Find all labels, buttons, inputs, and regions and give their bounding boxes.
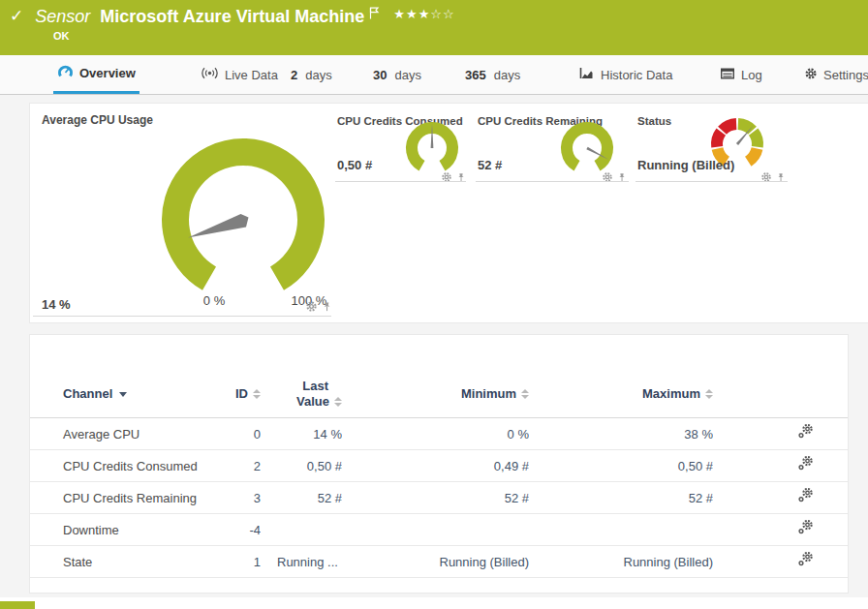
table-header-row: Channel ID Last Value Minimum Maximum bbox=[30, 379, 848, 418]
priority-stars[interactable]: ★★★☆☆ bbox=[393, 7, 454, 21]
tab-historic-data[interactable]: Historic Data bbox=[574, 55, 676, 94]
tab-30-days[interactable]: 30 days bbox=[369, 55, 425, 94]
sort-icon bbox=[705, 389, 713, 399]
tab-label: Overview bbox=[79, 66, 136, 80]
panel-gear-icon[interactable] bbox=[441, 169, 452, 187]
panel-value: 14 % bbox=[42, 297, 71, 312]
panel-value: 52 # bbox=[478, 158, 502, 172]
gauge-needle bbox=[188, 214, 249, 238]
channel-settings-icon[interactable] bbox=[798, 418, 814, 449]
maximum-value: Running (Billed) bbox=[529, 546, 713, 577]
table-row: Downtime -4 bbox=[30, 514, 848, 546]
stars-filled: ★★★ bbox=[393, 7, 430, 21]
tab-bar: Overview Live Data 2 days 30 days 365 da… bbox=[0, 55, 868, 95]
channel-settings-icon[interactable] bbox=[798, 450, 814, 481]
panel-pin-icon[interactable] bbox=[456, 169, 466, 187]
tab-2-days[interactable]: 2 days bbox=[287, 55, 336, 94]
channel-name[interactable]: CPU Credits Remaining bbox=[30, 482, 228, 513]
gear-icon bbox=[804, 67, 818, 83]
tab-number: 365 bbox=[465, 68, 486, 82]
maximum-value: 52 # bbox=[529, 482, 713, 513]
footer-bar bbox=[0, 601, 35, 609]
tab-label: days bbox=[305, 68, 331, 82]
channel-settings-icon[interactable] bbox=[798, 514, 814, 545]
stars-empty: ☆☆ bbox=[430, 7, 454, 21]
gauge-scale-min: 0 % bbox=[190, 293, 238, 308]
channel-name[interactable]: CPU Credits Consumed bbox=[30, 450, 228, 481]
table-row: State 1 Running ... Running (Billed) Run… bbox=[30, 546, 848, 578]
tab-label: days bbox=[494, 68, 520, 82]
panel-title: Average CPU Usage bbox=[42, 113, 153, 127]
channel-settings-icon[interactable] bbox=[798, 546, 814, 577]
status-check-icon: ✓ bbox=[10, 5, 23, 28]
minimum-value: 0 % bbox=[342, 418, 529, 449]
sort-descending-icon bbox=[119, 392, 127, 397]
maximum-value: 0,50 # bbox=[529, 450, 713, 481]
sort-icon bbox=[253, 389, 261, 399]
live-data-icon bbox=[201, 66, 219, 83]
table-row: CPU Credits Remaining 3 52 # 52 # 52 # bbox=[30, 482, 848, 514]
tab-settings[interactable]: Settings bbox=[800, 55, 868, 94]
panel-value: 0,50 # bbox=[337, 158, 372, 172]
last-value: 52 # bbox=[261, 482, 342, 513]
average-cpu-gauge bbox=[151, 128, 335, 312]
channel-id: 1 bbox=[228, 546, 261, 577]
last-value: Running ... bbox=[261, 546, 342, 577]
channel-id: 2 bbox=[228, 450, 261, 481]
tab-number: 30 bbox=[373, 68, 387, 82]
panel-gear-icon[interactable] bbox=[305, 299, 318, 317]
tab-label: Live Data bbox=[225, 68, 278, 82]
tab-365-days[interactable]: 365 days bbox=[461, 55, 524, 94]
minimum-value bbox=[342, 514, 529, 545]
tab-label: Log bbox=[741, 68, 762, 82]
gauge-icon bbox=[57, 64, 74, 82]
object-kind-label: Sensor bbox=[35, 5, 90, 28]
tab-live-data[interactable]: Live Data bbox=[197, 55, 282, 94]
panel-title: Status bbox=[637, 115, 671, 127]
column-header-maximum[interactable]: Maximum bbox=[529, 379, 713, 410]
log-list-icon bbox=[720, 67, 735, 83]
area-chart-icon bbox=[578, 66, 595, 83]
column-header-last-value[interactable]: Last Value bbox=[261, 379, 342, 410]
channel-name[interactable]: Downtime bbox=[30, 514, 228, 545]
maximum-value bbox=[529, 514, 713, 545]
column-header-id[interactable]: ID bbox=[228, 379, 261, 410]
sensor-header: ✓ Sensor Microsoft Azure Virtual Machine… bbox=[0, 0, 868, 55]
sort-icon bbox=[334, 397, 342, 407]
tab-log[interactable]: Log bbox=[716, 55, 766, 94]
panel-pin-icon[interactable] bbox=[617, 169, 627, 187]
minimum-value: 52 # bbox=[342, 482, 529, 513]
channel-settings-icon[interactable] bbox=[798, 482, 814, 513]
tab-label: Historic Data bbox=[601, 68, 672, 82]
panel-gear-icon[interactable] bbox=[760, 169, 772, 187]
column-header-minimum[interactable]: Minimum bbox=[342, 379, 529, 410]
channel-name[interactable]: State bbox=[30, 546, 228, 577]
gauges-card: Average CPU Usage 0 % 100 % 14 % CPU Cre… bbox=[29, 103, 868, 323]
channel-id: -4 bbox=[228, 514, 261, 545]
tab-label: Settings bbox=[823, 68, 868, 82]
channel-id: 3 bbox=[228, 482, 261, 513]
sensor-status-text: OK bbox=[53, 30, 70, 42]
channel-name[interactable]: Average CPU bbox=[30, 418, 228, 449]
minimum-value: Running (Billed) bbox=[342, 546, 529, 577]
panel-value: Running (Billed) bbox=[637, 158, 734, 172]
priority-flag-icon[interactable] bbox=[369, 6, 380, 23]
panel-pin-icon[interactable] bbox=[322, 299, 332, 317]
panel-gear-icon[interactable] bbox=[602, 169, 613, 187]
tab-number: 2 bbox=[291, 68, 297, 82]
column-header-channel[interactable]: Channel bbox=[30, 379, 228, 410]
last-value: 0,50 # bbox=[261, 450, 342, 481]
channel-table-card: Channel ID Last Value Minimum Maximum Av… bbox=[29, 334, 849, 594]
last-value: 14 % bbox=[261, 418, 342, 449]
panel-pin-icon[interactable] bbox=[776, 169, 786, 187]
minimum-value: 0,49 # bbox=[342, 450, 529, 481]
tab-overview[interactable]: Overview bbox=[53, 55, 140, 94]
last-value bbox=[261, 514, 342, 545]
channel-id: 0 bbox=[228, 418, 261, 449]
tab-label: days bbox=[394, 68, 420, 82]
table-row: Average CPU 0 14 % 0 % 38 % bbox=[30, 418, 848, 450]
page-title: Microsoft Azure Virtual Machine bbox=[100, 5, 364, 28]
sort-icon bbox=[521, 389, 529, 399]
maximum-value: 38 % bbox=[529, 418, 713, 449]
table-row: CPU Credits Consumed 2 0,50 # 0,49 # 0,5… bbox=[30, 450, 848, 482]
